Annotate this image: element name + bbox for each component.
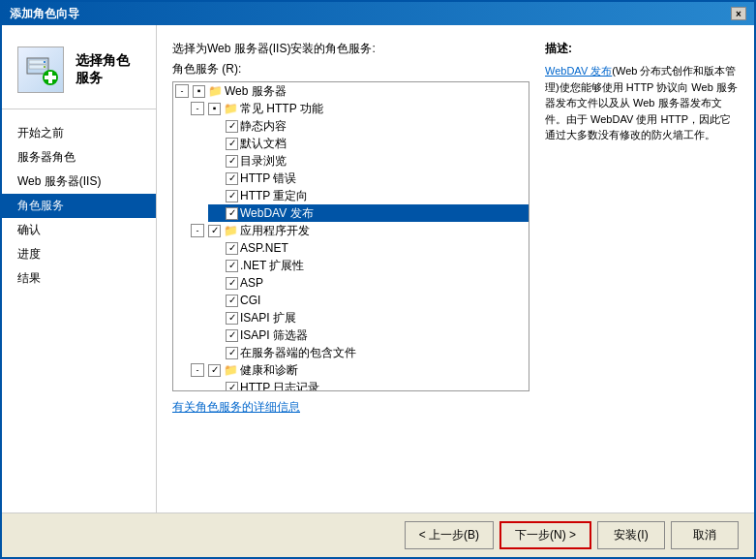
checkbox-dir-browse[interactable] <box>226 155 238 168</box>
checkbox-http-redirect[interactable] <box>226 190 238 202</box>
checkbox-isapi-filter[interactable] <box>226 329 238 342</box>
tree-node-isapi-ext-label[interactable]: ISAPI 扩展 <box>208 309 529 326</box>
wizard-icon <box>17 47 64 93</box>
main-body: 选择为Web 服务器(IIS)安装的角色服务: 角色服务 (R): - 📁 We… <box>172 41 739 497</box>
tree-node-http-log[interactable]: HTTP 日志记录 <box>173 379 529 391</box>
cancel-button[interactable]: 取消 <box>671 521 739 549</box>
checkbox-http-log[interactable] <box>226 382 238 392</box>
node-text-asp-net: ASP.NET <box>240 239 288 257</box>
node-text-ssi: 在服务器端的包含文件 <box>240 344 356 361</box>
svg-point-4 <box>44 66 45 68</box>
tree-node-health-diag-label[interactable]: - 📁 健康和诊断 <box>191 361 529 379</box>
tree-node-dir-browse[interactable]: 目录浏览 <box>173 152 529 170</box>
checkbox-asp-net[interactable] <box>226 242 238 255</box>
tree-node-http-redirect[interactable]: HTTP 重定向 <box>173 187 529 204</box>
checkbox-static-content[interactable] <box>226 120 238 133</box>
step-before-start[interactable]: 开始之前 <box>2 121 156 145</box>
details-link[interactable]: 有关角色服务的详细信息 <box>172 399 529 416</box>
expander-ssi <box>208 346 222 359</box>
node-text-web-server: Web 服务器 <box>225 82 287 100</box>
tree-node-isapi-filter[interactable]: ISAPI 筛选器 <box>173 326 529 344</box>
right-description-panel: 描述: WebDAV 发布(Web 分布式创作和版本管理)使您能够使用 HTTP… <box>545 41 739 497</box>
tree-node-isapi-ext[interactable]: ISAPI 扩展 <box>173 309 529 326</box>
tree-node-app-dev-label[interactable]: - 📁 应用程序开发 <box>191 222 529 239</box>
tree-node-isapi-filter-label[interactable]: ISAPI 筛选器 <box>208 326 529 344</box>
tree-node-ssi-label[interactable]: 在服务器端的包含文件 <box>208 344 529 361</box>
expander-static-content <box>208 119 222 133</box>
tree-node-asp[interactable]: ASP <box>173 274 529 292</box>
checkbox-health-diag[interactable] <box>208 364 221 377</box>
node-text-default-doc: 默认文档 <box>240 135 287 152</box>
tree-node-webdav-label[interactable]: WebDAV 发布 <box>208 204 529 222</box>
checkbox-isapi-ext[interactable] <box>226 312 238 325</box>
wizard-title: 选择角色服务 <box>76 52 140 87</box>
step-progress[interactable]: 进度 <box>2 242 156 266</box>
step-server-role[interactable]: 服务器角色 <box>2 145 156 170</box>
expander-health-diag[interactable]: - <box>191 363 204 377</box>
checkbox-web-server[interactable] <box>193 85 205 98</box>
tree-node-asp-label[interactable]: ASP <box>208 274 529 292</box>
main-panel: 选择为Web 服务器(IIS)安装的角色服务: 角色服务 (R): - 📁 We… <box>157 25 754 512</box>
tree-node-web-server-label[interactable]: - 📁 Web 服务器 <box>175 82 529 100</box>
tree-node-default-doc-label[interactable]: 默认文档 <box>208 135 529 152</box>
checkbox-cgi[interactable] <box>226 295 238 307</box>
checkbox-app-dev[interactable] <box>208 225 221 237</box>
tree-node-health-diag[interactable]: - 📁 健康和诊断 <box>173 361 529 379</box>
tree-node-webdav[interactable]: WebDAV 发布 <box>173 204 529 222</box>
node-text-app-dev: 应用程序开发 <box>240 222 310 239</box>
next-button[interactable]: 下一步(N) > <box>499 521 591 549</box>
left-sidebar: 选择角色服务 开始之前 服务器角色 Web 服务器(IIS) 角色服务 确认 进… <box>2 25 157 512</box>
main-window: 添加角色向导 × <box>0 0 756 559</box>
tree-node-default-doc[interactable]: 默认文档 <box>173 135 529 152</box>
install-button[interactable]: 安装(I) <box>597 521 665 549</box>
tree-node-app-dev[interactable]: - 📁 应用程序开发 <box>173 222 529 239</box>
tree-node-net-ext[interactable]: .NET 扩展性 <box>173 257 529 274</box>
description-body: WebDAV 发布(Web 分布式创作和版本管理)使您能够使用 HTTP 协议向… <box>545 63 739 143</box>
tree-node-asp-net-label[interactable]: ASP.NET <box>208 239 529 257</box>
checkbox-asp[interactable] <box>226 277 238 290</box>
role-services-tree[interactable]: - 📁 Web 服务器 - 📁 <box>172 81 529 391</box>
step-web-server[interactable]: Web 服务器(IIS) <box>2 170 156 194</box>
back-button[interactable]: < 上一步(B) <box>405 521 494 549</box>
node-text-dir-browse: 目录浏览 <box>240 152 287 170</box>
content-area: 选择角色服务 开始之前 服务器角色 Web 服务器(IIS) 角色服务 确认 进… <box>2 25 754 512</box>
expander-dir-browse <box>208 154 222 168</box>
tree-node-http-redirect-label[interactable]: HTTP 重定向 <box>208 187 529 204</box>
tree-node-common-http[interactable]: - 📁 常见 HTTP 功能 <box>173 100 529 117</box>
tree-node-dir-browse-label[interactable]: 目录浏览 <box>208 152 529 170</box>
description-link[interactable]: WebDAV 发布 <box>545 65 612 77</box>
node-text-isapi-filter: ISAPI 筛选器 <box>240 326 308 344</box>
checkbox-webdav[interactable] <box>226 207 238 220</box>
expander-app-dev[interactable]: - <box>191 224 204 237</box>
folder-icon-common-http: 📁 <box>223 103 238 114</box>
node-text-asp: ASP <box>240 274 263 292</box>
tree-node-http-errors[interactable]: HTTP 错误 <box>173 170 529 187</box>
steps-list: 开始之前 服务器角色 Web 服务器(IIS) 角色服务 确认 进度 结果 <box>2 109 156 302</box>
checkbox-http-errors[interactable] <box>226 172 238 185</box>
tree-node-http-errors-label[interactable]: HTTP 错误 <box>208 170 529 187</box>
tree-node-web-server[interactable]: - 📁 Web 服务器 <box>173 82 529 100</box>
tree-node-net-ext-label[interactable]: .NET 扩展性 <box>208 257 529 274</box>
checkbox-net-ext[interactable] <box>226 260 238 272</box>
step-confirm[interactable]: 确认 <box>2 218 156 242</box>
close-button[interactable]: × <box>731 7 746 20</box>
step-role-services[interactable]: 角色服务 <box>2 194 156 218</box>
expander-web-server[interactable]: - <box>175 84 189 98</box>
tree-node-cgi-label[interactable]: CGI <box>208 292 529 309</box>
tree-node-static-content-label[interactable]: 静态内容 <box>208 117 529 135</box>
wizard-header: 选择角色服务 <box>2 35 156 109</box>
tree-node-http-log-label[interactable]: HTTP 日志记录 <box>208 379 529 391</box>
step-results[interactable]: 结果 <box>2 266 156 291</box>
tree-node-static-content[interactable]: 静态内容 <box>173 117 529 135</box>
checkbox-default-doc[interactable] <box>226 138 238 150</box>
folder-icon-app-dev: 📁 <box>223 225 238 236</box>
role-service-label: 角色服务 (R): <box>172 61 529 78</box>
checkbox-common-http[interactable] <box>208 103 221 115</box>
expander-common-http[interactable]: - <box>191 102 204 115</box>
tree-node-common-http-label[interactable]: - 📁 常见 HTTP 功能 <box>191 100 529 117</box>
tree-node-cgi[interactable]: CGI <box>173 292 529 309</box>
node-text-http-redirect: HTTP 重定向 <box>240 187 308 204</box>
checkbox-ssi[interactable] <box>226 347 238 359</box>
tree-node-asp-net[interactable]: ASP.NET <box>173 239 529 257</box>
tree-node-ssi[interactable]: 在服务器端的包含文件 <box>173 344 529 361</box>
